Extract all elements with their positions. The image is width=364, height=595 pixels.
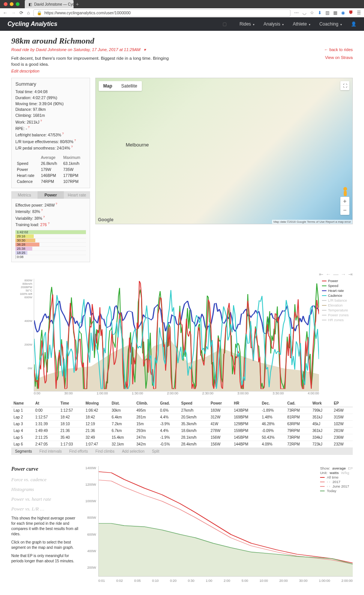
browser-tab[interactable]: ◧ David Johnstone — Cycling An... × xyxy=(25,0,74,8)
timeseries-plot[interactable] xyxy=(34,279,319,391)
power-curve-chart[interactable]: Show: average EPUnit: watts W/kgAll time… xyxy=(85,466,353,583)
pc-nav-2[interactable]: Histograms xyxy=(11,486,79,492)
legend-speed[interactable]: Speed xyxy=(322,284,353,288)
lap-col-moving[interactable]: Moving xyxy=(83,400,109,407)
lap-col-power[interactable]: Power xyxy=(208,400,232,407)
ext2-icon[interactable]: ◉ xyxy=(341,10,345,15)
legend-hr-zones[interactable]: HR zones xyxy=(322,318,353,322)
legend-l-r-balance[interactable]: L/R balance xyxy=(322,298,353,302)
ext1-icon[interactable]: ▦ xyxy=(333,10,337,15)
toolbar-find-intervals[interactable]: Find intervals xyxy=(39,449,62,453)
window-close[interactable] xyxy=(4,2,8,6)
toolbar-add-selection[interactable]: Add selection xyxy=(122,449,144,453)
lap-row[interactable]: Lap 21:12:5718:4218:426.4km281m4.4%20.5k… xyxy=(11,414,353,421)
lap-col-name[interactable]: Name xyxy=(11,400,33,407)
back-icon[interactable]: ← xyxy=(3,10,8,15)
svg-point-0 xyxy=(343,187,347,191)
date-link[interactable]: Saturday, 17 June, 2017 at 11:29AM xyxy=(74,47,140,52)
map-attribution[interactable]: Map data ©2018 Google Terms of Use Repor… xyxy=(272,220,352,224)
chart-nav-icon[interactable]: ⇤ xyxy=(319,271,323,277)
address-bar[interactable]: 🔒 https://www.cyclinganalytics.com/user/… xyxy=(33,9,290,17)
view-on-strava-link[interactable]: View on Strava xyxy=(325,55,353,60)
chart-nav-icon[interactable]: — xyxy=(333,271,338,277)
chart-nav-icon[interactable]: ← xyxy=(326,271,331,277)
lap-col-speed[interactable]: Speed xyxy=(179,400,208,407)
rider-link[interactable]: David Johnstone xyxy=(36,47,66,52)
reload-icon[interactable]: ⟳ xyxy=(20,10,23,15)
download-icon[interactable]: ⬇ xyxy=(318,10,322,15)
new-tab-button[interactable]: + xyxy=(76,1,79,7)
zoom-out-icon[interactable]: − xyxy=(340,206,349,215)
lap-col-at[interactable]: At xyxy=(33,400,58,407)
pc-nav-0[interactable]: Power curve xyxy=(11,466,79,472)
lap-row[interactable]: Lap 62:47:051:17:031:07:4732.1km342m-0.5… xyxy=(11,441,353,448)
pc-nav-1[interactable]: Force vs. cadence xyxy=(11,477,79,483)
edit-description-link[interactable]: Edit description xyxy=(11,69,169,73)
lap-col-time[interactable]: Time xyxy=(58,400,83,407)
toolbar-split[interactable]: Split xyxy=(152,449,159,453)
legend-power[interactable]: Power xyxy=(322,279,353,283)
map-type-satellite[interactable]: Satellite xyxy=(117,81,142,91)
toolbar-find-climbs[interactable]: Find climbs xyxy=(95,449,114,453)
lap-row[interactable]: Lap 31:31:3918:1012:197.2km15m-3.9%35.3k… xyxy=(11,421,353,427)
summary-stat: L/R pedal smoothness: 24/24% ? xyxy=(15,145,86,151)
legend-power-zones[interactable]: Power zones xyxy=(322,313,353,317)
nav-rides[interactable]: Rides ▾ xyxy=(239,21,254,27)
map-type-map[interactable]: Map xyxy=(99,81,117,91)
nav-user-icon[interactable]: 👤 xyxy=(351,21,356,27)
legend-temperature[interactable]: Temperature xyxy=(322,308,353,312)
window-minimize[interactable] xyxy=(10,2,14,6)
menu-icon[interactable]: ☰ xyxy=(357,10,361,15)
nav-search-icon[interactable]: ▢ xyxy=(223,21,227,27)
lap-col-cad[interactable]: Cad. xyxy=(285,400,310,407)
lap-col-climb[interactable]: Climb. xyxy=(134,400,158,407)
summary-stat: Moving time: 3:39:04 (90%) xyxy=(15,101,86,107)
pegman-icon[interactable] xyxy=(341,186,349,198)
toolbar-segments[interactable]: Segments xyxy=(15,449,32,453)
pc-nav-4[interactable]: Power vs. L/R … xyxy=(11,506,79,512)
avgmax-row: Cadence74RPM107RPM xyxy=(16,179,85,184)
pocket-icon[interactable]: ◡ xyxy=(302,10,306,15)
window-maximize[interactable] xyxy=(16,2,20,6)
legend-elevation[interactable]: Elevation xyxy=(322,303,353,307)
summary-stat: Duration: 4:02:27 (99%) xyxy=(15,95,86,101)
lap-row[interactable]: Lap 52:11:2535:4032:4915.4km247m-1.9%28.… xyxy=(11,434,353,441)
ride-description: Felt decent, but there's room for improv… xyxy=(11,55,169,67)
pc-nav-3[interactable]: Power vs. heart rate xyxy=(11,496,79,502)
metrics-tab-power[interactable]: Power xyxy=(38,191,64,199)
lap-col-dist[interactable]: Dist. xyxy=(109,400,134,407)
forward-icon[interactable]: → xyxy=(11,10,16,15)
metrics-tab-metrics[interactable]: Metrics xyxy=(11,191,38,199)
back-to-rides-link[interactable]: ← back to rides xyxy=(324,47,353,52)
ublock-icon[interactable]: ⛊ xyxy=(349,10,353,15)
legend-cadence[interactable]: Cadence xyxy=(322,293,353,298)
zone-bar: 25:38 xyxy=(15,246,86,251)
lap-col-dec[interactable]: Dec. xyxy=(260,400,285,407)
meta-caret-icon[interactable]: ▾ xyxy=(144,47,146,52)
lap-col-grad[interactable]: Grad. xyxy=(158,400,179,407)
nav-coaching[interactable]: Coaching ▾ xyxy=(319,21,342,27)
summary-stat: Work: 2611kJ ? xyxy=(15,119,86,125)
nav-athlete[interactable]: Athlete ▾ xyxy=(293,21,310,27)
lap-row[interactable]: Lap 41:49:4921:3621:366.7km293m4.4%18.6k… xyxy=(11,427,353,434)
nav-analysis[interactable]: Analysis ▾ xyxy=(263,21,284,27)
chart-nav-icon[interactable]: → xyxy=(341,271,346,277)
lap-row[interactable]: Lap 10:001:12:571:06:4230km495m0.6%27km/… xyxy=(11,407,353,414)
star-icon[interactable]: ☆ xyxy=(310,10,314,15)
lap-col-work[interactable]: Work xyxy=(310,400,331,407)
summary-stat: Total time: 4:04:08 xyxy=(15,89,86,95)
zoom-in-icon[interactable]: + xyxy=(340,197,349,206)
metrics-tab-heart-rate[interactable]: Heart rate xyxy=(64,191,90,199)
home-icon[interactable]: ⌂ xyxy=(27,10,30,15)
legend-heart-rate[interactable]: Heart rate xyxy=(322,288,353,293)
ride-map[interactable]: Map Satellite ⛶ Melbourne + − Google Map… xyxy=(95,78,353,224)
zone-bar: 36:28 xyxy=(15,242,86,246)
brand-logo[interactable]: Cycling Analytics xyxy=(8,21,57,27)
more-icon[interactable]: ⋯ xyxy=(294,10,299,15)
library-icon[interactable]: ▥ xyxy=(325,10,329,15)
toolbar-find-efforts[interactable]: Find efforts xyxy=(69,449,88,453)
lap-col-ep[interactable]: EP xyxy=(332,400,353,407)
chart-nav-icon[interactable]: ⇥ xyxy=(348,271,353,277)
map-fullscreen-icon[interactable]: ⛶ xyxy=(340,81,349,90)
lap-col-hr[interactable]: HR xyxy=(232,400,259,407)
